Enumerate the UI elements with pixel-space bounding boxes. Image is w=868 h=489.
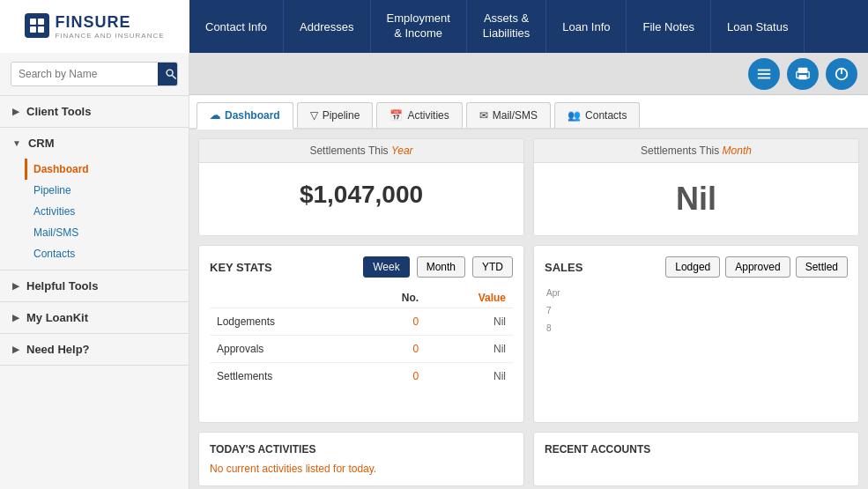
search-box: [11, 62, 178, 86]
arrow-icon: ▼: [12, 138, 21, 148]
contacts-tab-icon: 👥: [568, 109, 581, 122]
svg-rect-3: [38, 26, 44, 33]
print-icon: [795, 66, 811, 82]
arrow-icon: ▶: [12, 107, 19, 116]
svg-point-4: [167, 70, 173, 76]
table-row: Lodgements 0 Nil: [210, 308, 513, 336]
today-activities-box: TODAY'S ACTIVITIES No current activities…: [198, 432, 524, 486]
sidebar-item-contacts[interactable]: Contacts: [25, 243, 189, 264]
mail-tab-icon: ✉: [479, 109, 488, 122]
settlements-year-box: Settlements This Year $1,047,000: [198, 138, 524, 236]
month-toggle-button[interactable]: Month: [417, 256, 465, 278]
sidebar-section-crm: ▼ CRM Dashboard Pipeline Activities Mail…: [0, 128, 189, 270]
chart-label-8: 8: [546, 323, 552, 333]
week-toggle-button[interactable]: Week: [363, 256, 409, 278]
tab-bar: ☁ Dashboard ▽ Pipeline 📅 Activities ✉ Ma…: [189, 95, 868, 130]
nav-items: Contact Info Addresses Employment& Incom…: [189, 0, 868, 53]
sidebar-item-activities[interactable]: Activities: [25, 201, 189, 222]
mail-tab-label: Mail/SMS: [493, 109, 538, 122]
nav-loan-info[interactable]: Loan Info: [546, 0, 627, 53]
sidebar-client-tools[interactable]: ▶ Client Tools: [0, 96, 189, 127]
content-area: ☁ Dashboard ▽ Pipeline 📅 Activities ✉ Ma…: [189, 53, 868, 489]
sidebar-need-help[interactable]: ▶ Need Help?: [0, 334, 189, 365]
search-area: [0, 53, 189, 96]
tab-contacts[interactable]: 👥 Contacts: [554, 102, 640, 128]
contacts-tab-label: Contacts: [585, 109, 627, 122]
svg-rect-7: [758, 73, 770, 75]
settlements-no: 0: [360, 363, 426, 390]
col-no-header: No.: [360, 288, 426, 308]
crm-label: CRM: [28, 137, 55, 150]
sidebar-helpful-tools[interactable]: ▶ Helpful Tools: [0, 270, 189, 301]
sales-title: SALES: [545, 261, 660, 274]
sidebar-item-mail-sms[interactable]: Mail/SMS: [25, 222, 189, 243]
svg-rect-6: [758, 69, 770, 70]
sidebar-section-client-tools: ▶ Client Tools: [0, 96, 189, 128]
sidebar: ▶ Client Tools ▼ CRM Dashboard Pipeline …: [0, 53, 189, 489]
print-button[interactable]: [787, 58, 819, 90]
brand-name: FINSURE: [55, 13, 164, 32]
main-layout: ▶ Client Tools ▼ CRM Dashboard Pipeline …: [0, 53, 868, 489]
nav-assets-liabilities[interactable]: Assets &Liabilities: [467, 0, 546, 53]
lodgements-label: Lodgements: [210, 308, 360, 336]
ytd-toggle-button[interactable]: YTD: [472, 256, 513, 278]
crm-submenu: Dashboard Pipeline Activities Mail/SMS C…: [0, 159, 189, 270]
month-highlight: Month: [723, 144, 752, 157]
sidebar-loankit[interactable]: ▶ My LoanKit: [0, 302, 189, 333]
svg-line-5: [172, 75, 175, 78]
helpful-tools-label: Helpful Tools: [26, 279, 98, 293]
dashboard-content: Settlements This Year $1,047,000 Settlem…: [189, 130, 868, 489]
settlements-year-value: $1,047,000: [199, 163, 523, 226]
tab-mail-sms[interactable]: ✉ Mail/SMS: [466, 102, 551, 128]
col-value-header: Value: [426, 288, 513, 308]
nav-addresses[interactable]: Addresses: [284, 0, 370, 53]
sales-header: SALES Lodged Approved Settled: [545, 256, 848, 278]
key-stats-box: KEY STATS Week Month YTD No. Value: [198, 245, 524, 423]
top-navigation: FINSURE FINANCE AND INSURANCE Contact In…: [0, 0, 868, 53]
sales-box: SALES Lodged Approved Settled Apr 7 8: [533, 245, 859, 423]
list-view-button[interactable]: [748, 58, 780, 90]
table-row: Approvals 0 Nil: [210, 336, 513, 363]
tab-dashboard[interactable]: ☁ Dashboard: [197, 102, 293, 130]
list-icon: [756, 66, 772, 82]
activities-tab-icon: 📅: [389, 109, 403, 122]
tab-activities[interactable]: 📅 Activities: [376, 102, 462, 128]
nav-contact-info[interactable]: Contact Info: [189, 0, 284, 53]
nav-loan-status[interactable]: Loan Status: [711, 0, 805, 53]
arrow-icon: ▶: [12, 345, 19, 354]
logo-icon: [25, 13, 49, 38]
dashboard-tab-icon: ☁: [210, 109, 220, 122]
no-activities-message: No current activities listed for today.: [210, 463, 513, 475]
sidebar-item-dashboard[interactable]: Dashboard: [25, 159, 189, 180]
approvals-value: Nil: [426, 336, 513, 363]
activities-tab-label: Activities: [407, 109, 449, 122]
key-stats-table: No. Value Lodgements 0 Nil Approva: [210, 288, 513, 389]
approved-button[interactable]: Approved: [725, 256, 790, 278]
lodged-button[interactable]: Lodged: [665, 256, 720, 278]
search-button[interactable]: [158, 63, 178, 85]
sidebar-section-loankit: ▶ My LoanKit: [0, 302, 189, 334]
nav-file-notes[interactable]: File Notes: [627, 0, 711, 53]
settlements-label: Settlements: [210, 363, 360, 390]
bottom-row: TODAY'S ACTIVITIES No current activities…: [198, 432, 859, 486]
toolbar: [189, 53, 868, 95]
svg-rect-1: [38, 19, 44, 25]
sidebar-crm[interactable]: ▼ CRM: [0, 128, 189, 159]
search-input[interactable]: [11, 63, 158, 85]
year-highlight: Year: [391, 144, 413, 157]
approvals-label: Approvals: [210, 336, 360, 363]
settlements-year-header: Settlements This Year: [199, 139, 523, 163]
brand-tagline: FINANCE AND INSURANCE: [55, 32, 164, 40]
sidebar-item-pipeline[interactable]: Pipeline: [25, 180, 189, 201]
tab-pipeline[interactable]: ▽ Pipeline: [297, 102, 374, 128]
nav-employment-income[interactable]: Employment& Income: [371, 0, 467, 53]
svg-rect-2: [30, 26, 36, 33]
svg-rect-9: [798, 67, 808, 72]
dashboard-tab-label: Dashboard: [225, 109, 280, 122]
settled-button[interactable]: Settled: [796, 256, 848, 278]
power-icon: [834, 66, 849, 82]
client-tools-label: Client Tools: [26, 105, 91, 118]
logo-area: FINSURE FINANCE AND INSURANCE: [0, 0, 189, 53]
power-button[interactable]: [826, 58, 857, 90]
settlements-value: Nil: [426, 363, 513, 390]
